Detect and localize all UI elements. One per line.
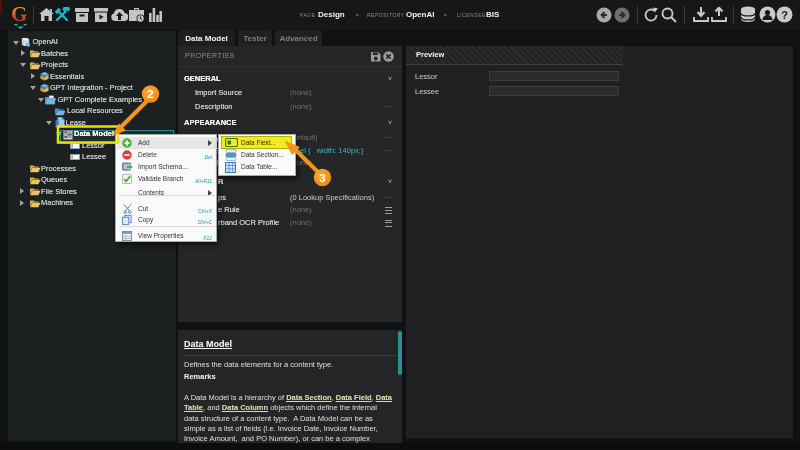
svg-text:?: ? — [781, 9, 788, 21]
